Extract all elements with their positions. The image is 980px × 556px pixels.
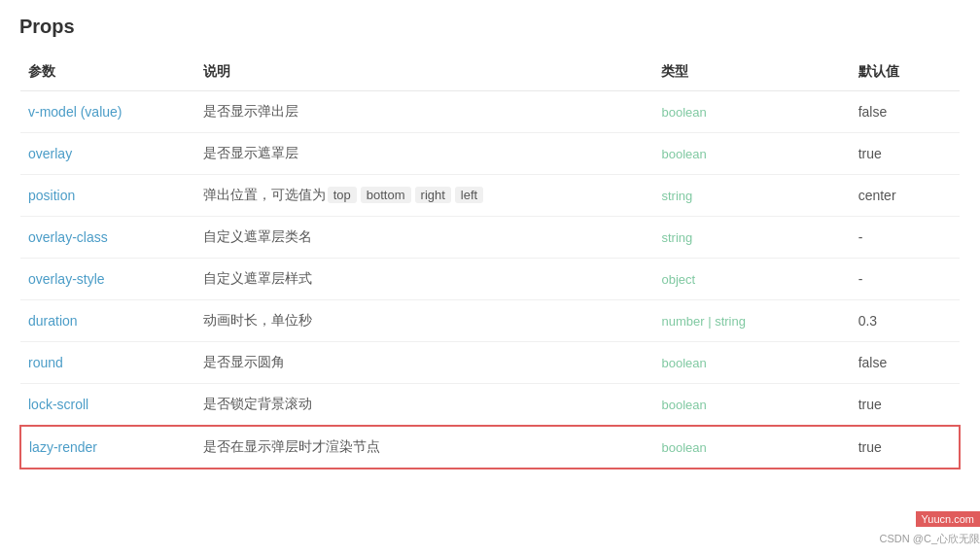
prop-desc-tag: bottom: [361, 187, 411, 203]
prop-default: 0.3: [858, 313, 877, 329]
prop-name-cell: position: [20, 175, 195, 217]
prop-type-cell: string: [653, 217, 850, 259]
prop-desc-cell: 弹出位置，可选值为topbottomrightleft: [195, 175, 654, 217]
prop-default-cell: true: [851, 426, 960, 469]
prop-name: v-model (value): [28, 104, 122, 120]
prop-type: number | string: [661, 314, 745, 329]
prop-name-cell: round: [20, 342, 195, 384]
prop-desc: 自定义遮罩层类名: [203, 228, 312, 244]
prop-name: overlay-class: [28, 229, 108, 245]
props-table: 参数 说明 类型 默认值 v-model (value)是否显示弹出层boole…: [19, 53, 961, 469]
prop-type: boolean: [661, 105, 706, 120]
prop-type-cell: boolean: [653, 384, 850, 427]
prop-type: boolean: [661, 356, 706, 370]
prop-type: boolean: [661, 147, 706, 161]
prop-name-cell: duration: [20, 300, 195, 342]
prop-name: overlay: [28, 146, 72, 161]
prop-desc: 弹出位置，可选值为: [203, 187, 326, 202]
prop-type-cell: object: [653, 259, 850, 300]
prop-name: lock-scroll: [28, 397, 88, 412]
prop-default-cell: true: [851, 133, 960, 175]
prop-name: lazy-render: [29, 439, 97, 455]
prop-name-cell: overlay-class: [20, 217, 195, 259]
prop-desc: 自定义遮罩层样式: [203, 270, 312, 286]
prop-default-cell: 0.3: [851, 300, 960, 342]
prop-default-cell: center: [851, 175, 960, 217]
header-param: 参数: [20, 53, 195, 91]
prop-default: false: [858, 355, 888, 370]
prop-default: -: [858, 271, 863, 287]
prop-name: duration: [28, 313, 78, 329]
prop-default-cell: -: [851, 259, 960, 300]
prop-desc-cell: 是否显示圆角: [195, 342, 654, 384]
prop-default-cell: -: [851, 217, 960, 259]
prop-default: true: [858, 146, 882, 161]
prop-type: boolean: [661, 440, 706, 455]
prop-desc-cell: 是否在显示弹层时才渲染节点: [195, 426, 654, 469]
prop-desc-tag: top: [328, 187, 357, 203]
prop-desc-cell: 是否显示弹出层: [195, 91, 654, 133]
prop-desc: 是否在显示弹层时才渲染节点: [203, 438, 380, 454]
prop-default: center: [858, 188, 896, 203]
prop-default: true: [858, 397, 882, 412]
prop-name-cell: overlay-style: [20, 259, 195, 300]
header-default: 默认值: [851, 53, 960, 91]
prop-type: boolean: [661, 398, 706, 412]
prop-default: false: [858, 104, 888, 120]
prop-name-cell: v-model (value): [20, 91, 195, 133]
prop-type-cell: number | string: [653, 300, 850, 342]
prop-type-cell: string: [653, 175, 850, 217]
prop-desc: 是否锁定背景滚动: [203, 396, 312, 411]
header-desc: 说明: [195, 53, 654, 91]
prop-name-cell: overlay: [20, 133, 195, 175]
prop-type-cell: boolean: [653, 342, 850, 384]
prop-desc-cell: 是否锁定背景滚动: [195, 384, 654, 427]
prop-desc: 动画时长，单位秒: [203, 312, 312, 328]
prop-type-cell: boolean: [653, 426, 850, 469]
prop-default-cell: false: [851, 91, 960, 133]
prop-desc-tag: left: [455, 187, 483, 203]
prop-default: true: [858, 439, 882, 455]
prop-default-cell: false: [851, 342, 960, 384]
prop-name: overlay-style: [28, 271, 105, 287]
prop-type: object: [661, 272, 695, 287]
prop-name-cell: lazy-render: [20, 426, 195, 469]
prop-type-cell: boolean: [653, 133, 850, 175]
prop-type: string: [661, 230, 692, 245]
prop-desc-cell: 自定义遮罩层样式: [195, 259, 654, 300]
prop-desc: 是否显示遮罩层: [203, 145, 298, 160]
prop-name: round: [28, 355, 63, 370]
prop-desc: 是否显示弹出层: [203, 103, 298, 119]
header-type: 类型: [653, 53, 850, 91]
prop-desc: 是否显示圆角: [203, 354, 285, 369]
prop-type-cell: boolean: [653, 91, 850, 133]
prop-desc-cell: 自定义遮罩层类名: [195, 217, 654, 259]
prop-default-cell: true: [851, 384, 960, 427]
prop-type: string: [661, 189, 692, 203]
prop-desc-cell: 是否显示遮罩层: [195, 133, 654, 175]
prop-desc-tag: right: [415, 187, 451, 203]
prop-desc-cell: 动画时长，单位秒: [195, 300, 654, 342]
prop-name-cell: lock-scroll: [20, 384, 195, 427]
page-title: Props: [19, 16, 961, 38]
prop-default: -: [858, 229, 863, 245]
prop-name: position: [28, 188, 75, 203]
